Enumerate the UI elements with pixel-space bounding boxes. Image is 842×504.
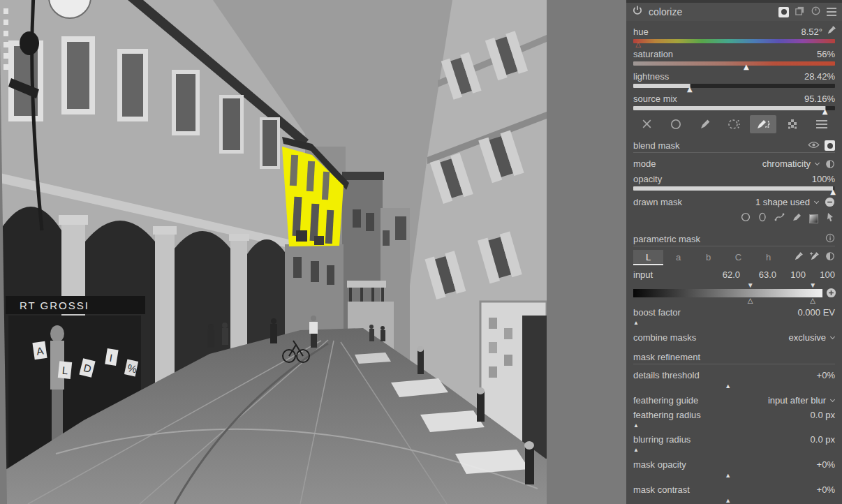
chevron-down-icon[interactable] [815,161,820,165]
input-value-2[interactable]: 63.0 [740,269,776,280]
chevron-down-icon[interactable] [814,199,819,204]
hue-slider[interactable]: hue 8.52° △ [633,25,835,43]
upper-marker-icon[interactable]: ▼ [809,282,816,289]
source-mix-slider[interactable]: source mix 95.16% ▲ [633,92,835,110]
saturation-value[interactable]: 56% [817,49,835,59]
feathering-radius-value[interactable]: 0.0 px [811,410,835,420]
blend-off-icon[interactable] [633,115,660,133]
right-panel: colorize hue 8.52° [626,0,842,504]
mask-indicator-icon[interactable] [778,7,789,17]
polarity-minus-icon[interactable] [825,197,835,207]
tab-channel-a[interactable]: a [663,250,693,265]
mask-opacity-row[interactable]: mask opacity +0% [633,457,835,472]
blend-raster-icon[interactable] [779,115,806,133]
power-icon[interactable] [632,5,643,19]
boost-factor-label: boost factor [633,307,681,318]
slider-marker-icon[interactable]: ▲ [633,447,639,453]
input-value-4[interactable]: 100 [806,269,835,280]
blend-mode-toolbar [633,114,835,133]
mask-opacity-value[interactable]: +0% [817,459,835,470]
path-shape-icon[interactable] [774,212,785,225]
module-title[interactable]: colorize [649,6,778,17]
feathering-guide-dropdown[interactable]: input after blur [768,395,826,406]
input-label: input [633,269,704,280]
upper-marker-icon[interactable]: ▼ [747,282,754,289]
combine-masks-label: combine masks [633,332,696,343]
mode-label: mode [633,158,656,169]
input-value-1[interactable]: 62.0 [704,269,740,280]
reset-icon[interactable] [811,6,821,19]
mask-contrast-value[interactable]: +0% [817,484,835,495]
opacity-slider[interactable]: opacity 100% ▲ [633,172,835,191]
feathering-radius-label: feathering radius [633,410,701,420]
slider-marker-icon[interactable]: ▲ [725,497,731,504]
slider-marker-icon[interactable]: ▲ [725,383,731,390]
slider-marker-icon[interactable]: ▲ [725,472,731,479]
street-photo: RT GROSSI A L D I % [0,0,547,504]
feathering-radius-row[interactable]: feathering radius 0.0 px [633,408,835,422]
lightness-value[interactable]: 28.42% [804,71,835,82]
slider-marker-icon[interactable]: ▲ [633,422,639,429]
source-mix-value[interactable]: 95.16% [804,94,835,104]
details-threshold-value[interactable]: +0% [817,370,835,380]
tab-channel-C[interactable]: C [723,250,753,265]
chevron-down-icon[interactable] [830,397,835,402]
brush-shape-icon[interactable] [792,212,802,225]
mask-contrast-row[interactable]: mask contrast +0% [633,482,835,497]
combine-masks-row: combine masks exclusive [633,330,835,345]
edit-shapes-icon[interactable] [825,212,835,225]
show-mask-eye-icon[interactable] [808,140,820,151]
boost-factor-value[interactable]: 0.000 EV [798,307,836,318]
circle-shape-icon[interactable] [741,212,751,225]
boost-factor-row[interactable]: boost factor 0.000 EV [633,305,835,320]
lower-marker-icon[interactable]: △ [810,297,815,304]
combine-masks-dropdown[interactable]: exclusive [789,332,826,343]
ellipse-shape-icon[interactable] [758,212,767,225]
source-mix-label: source mix [633,94,677,104]
presets-menu-icon[interactable] [827,8,836,16]
blurring-radius-label: blurring radius [633,434,690,445]
gradient-shape-icon[interactable] [809,214,818,223]
gradient-bar[interactable] [633,289,822,297]
blend-uniform-icon[interactable] [663,115,689,133]
blend-order-icon[interactable] [825,159,835,169]
hue-value[interactable]: 8.52° [801,27,822,37]
invert-channel-icon[interactable] [825,251,835,264]
color-picker-icon[interactable] [827,25,836,38]
multi-instance-icon[interactable] [795,6,805,19]
lightness-label: lightness [633,71,669,82]
slider-marker-icon[interactable]: ▲ [633,320,639,326]
blend-parametric-icon[interactable] [721,115,747,133]
mode-dropdown[interactable]: chromaticity [762,158,811,169]
info-icon[interactable] [825,233,835,245]
blend-options-icon[interactable] [808,115,835,133]
drawn-mask-dropdown[interactable]: 1 shape used [755,197,810,207]
display-mask-icon[interactable] [825,140,835,151]
mask-contrast-label: mask contrast [633,484,690,495]
opacity-label: opacity [633,174,662,184]
shop-sign-text: RT GROSSI [20,299,89,311]
module-header[interactable]: colorize [626,3,842,21]
details-threshold-row[interactable]: details threshold +0% [633,368,835,383]
channel-gradient-slider[interactable]: ▼ ▼ △ △ [633,283,835,304]
tab-channel-h[interactable]: h [753,250,783,265]
drawn-shapes-toolbar [633,211,835,226]
image-canvas[interactable]: RT GROSSI A L D I % [0,0,547,504]
opacity-value[interactable]: 100% [812,174,835,184]
blend-mask-section-label: blend mask [633,140,808,151]
tab-channel-b[interactable]: b [693,250,723,265]
lightness-slider[interactable]: lightness 28.42% ▲ [633,70,835,88]
blurring-radius-row[interactable]: blurring radius 0.0 px [633,432,835,447]
input-value-3[interactable]: 100 [776,269,806,280]
feathering-guide-row: feathering guide input after blur [633,393,835,408]
eyedropper-add-icon[interactable] [809,251,820,264]
lower-marker-icon[interactable]: △ [748,297,753,304]
add-node-icon[interactable] [826,288,836,301]
eyedropper-icon[interactable] [794,251,804,264]
blend-drawn-parametric-icon[interactable] [750,115,776,133]
tab-channel-L[interactable]: L [633,250,663,265]
blurring-radius-value[interactable]: 0.0 px [811,434,835,445]
chevron-down-icon[interactable] [830,334,835,339]
blend-drawn-icon[interactable] [692,115,718,133]
saturation-slider[interactable]: saturation 56% ▲ [633,47,835,66]
